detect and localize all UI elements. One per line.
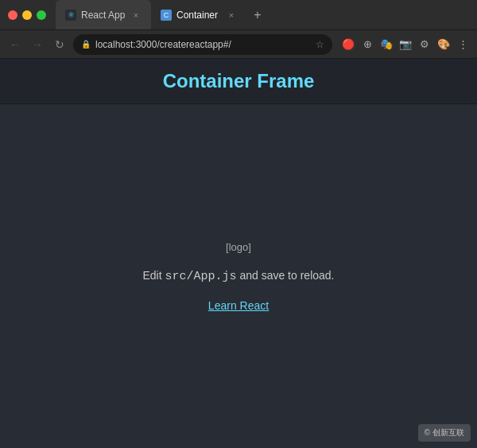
watermark: © 创新互联	[418, 424, 471, 442]
tab-react-app-label: React App	[81, 10, 125, 21]
edit-prefix: Edit	[142, 269, 165, 282]
maximize-button[interactable]	[37, 10, 46, 20]
page-header: Container Frame	[0, 59, 477, 104]
learn-react-link[interactable]: Learn React	[208, 299, 269, 312]
watermark-text: © 创新互联	[425, 428, 464, 437]
address-bar: ← → ↻ 🔒 localhost:3000/createreactapp#/ …	[0, 30, 477, 59]
forward-button[interactable]: →	[29, 36, 46, 53]
page-main: [logo] Edit src/App.js and save to reloa…	[0, 104, 477, 448]
menu-button[interactable]: ⋮	[455, 37, 471, 53]
tab-container[interactable]: C Container ×	[151, 0, 246, 29]
title-bar: ⚛ React App × C Container × +	[0, 0, 477, 30]
toolbar-icons: 🔴 ⊕ 🎭 📷 ⚙ 🎨 ⋮	[340, 37, 471, 53]
bookmark-icon[interactable]: ☆	[316, 39, 324, 50]
logo-image: [logo]	[226, 241, 251, 253]
tab-react-app-close[interactable]: ×	[130, 10, 142, 21]
extension-icon-1[interactable]: 🔴	[340, 37, 356, 53]
extension-icon-3[interactable]: 🎭	[378, 37, 394, 53]
browser-content: Container Frame [logo] Edit src/App.js a…	[0, 59, 477, 448]
edit-suffix: and save to reload.	[237, 269, 335, 282]
tab-list: ⚛ React App × C Container × +	[56, 0, 469, 29]
new-tab-button[interactable]: +	[246, 4, 269, 26]
extension-icon-5[interactable]: ⚙	[417, 37, 432, 53]
url-text: localhost:3000/createreactapp#/	[95, 39, 311, 50]
url-bar[interactable]: 🔒 localhost:3000/createreactapp#/ ☆	[73, 34, 332, 55]
container-favicon: C	[161, 10, 172, 21]
tab-container-close[interactable]: ×	[226, 10, 237, 21]
lock-icon: 🔒	[81, 40, 91, 49]
edit-code: src/App.js	[165, 270, 237, 283]
avatar-icon[interactable]: 🎨	[436, 37, 452, 53]
tab-container-label: Container	[176, 10, 218, 21]
react-app-favicon: ⚛	[65, 10, 76, 21]
minimize-button[interactable]	[22, 10, 32, 20]
traffic-lights	[8, 10, 46, 20]
extension-icon-2[interactable]: ⊕	[359, 37, 375, 53]
tab-react-app[interactable]: ⚛ React App ×	[56, 0, 151, 29]
extension-icon-4[interactable]: 📷	[398, 37, 413, 53]
edit-instruction: Edit src/App.js and save to reload.	[142, 269, 334, 283]
page-title: Container Frame	[0, 70, 477, 92]
reload-button[interactable]: ↻	[51, 36, 68, 53]
back-button[interactable]: ←	[6, 36, 24, 53]
close-button[interactable]	[8, 10, 17, 20]
